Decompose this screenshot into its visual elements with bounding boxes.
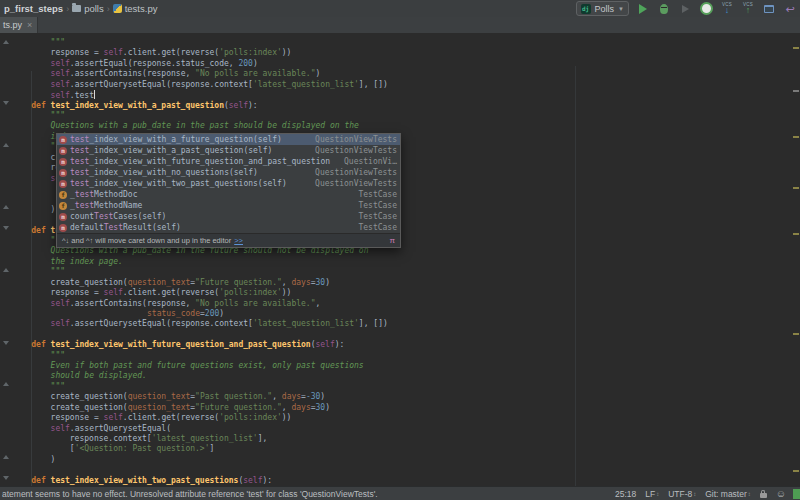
completion-item[interactable]: mtest_index_view_with_a_past_question(se…: [57, 145, 400, 156]
completion-item[interactable]: f_testMethodNameTestCase: [57, 200, 400, 211]
completion-item-type: TestCase: [350, 201, 397, 210]
status-indicator: [793, 489, 800, 499]
code-line: response = self.client.get(reverse('poll…: [51, 48, 292, 58]
completion-item-name: countTestCases(self): [70, 212, 166, 221]
close-icon[interactable]: ×: [27, 21, 32, 30]
status-widget[interactable]: LF↕: [645, 489, 659, 499]
code-line: self.assertQuerysetEqual(: [51, 424, 171, 434]
method-icon: m: [59, 180, 67, 188]
rollback-button[interactable]: ↩: [783, 2, 797, 16]
breadcrumb-bar: p_first_steps›polls›tests.py dj Polls ▼ …: [0, 0, 800, 18]
code-line: self.assertEqual(response.status_code, 2…: [51, 59, 258, 69]
completion-item[interactable]: mtest_index_view_with_a_future_question(…: [57, 134, 400, 145]
status-bar: atement seems to have no effect. Unresol…: [0, 486, 800, 500]
status-widgets: 25:18LF↕UTF-8↕Git: master↕☺: [615, 489, 800, 499]
folder-icon: [72, 5, 81, 12]
code-line: status_code=200): [147, 309, 224, 319]
completion-item[interactable]: f_testMethodDocTestCase: [57, 189, 400, 200]
text-caret: [94, 90, 95, 99]
stripe-mark: [793, 233, 799, 235]
completion-item-name: _testMethodDoc: [70, 190, 137, 199]
fold-marker-icon[interactable]: [3, 101, 9, 105]
fold-marker-icon[interactable]: [3, 40, 9, 44]
coverage-icon: [682, 5, 689, 13]
status-widget[interactable]: UTF-8↕: [668, 489, 696, 499]
code-line: the index page.: [51, 257, 123, 267]
code-line: Even if both past and future questions e…: [51, 361, 364, 371]
code-line: """: [51, 267, 65, 277]
bug-icon: [660, 4, 668, 14]
code-line: """: [51, 382, 65, 392]
completion-item[interactable]: mtest_index_view_with_future_question_an…: [57, 156, 400, 167]
indent-guide: [31, 71, 32, 487]
breadcrumb-label: tests.py: [125, 3, 158, 14]
breadcrumb-item[interactable]: p_first_steps: [2, 3, 65, 14]
status-widget[interactable]: Git: master↕: [705, 489, 751, 499]
code-line: response.context['latest_question_list']…: [70, 434, 268, 444]
stripe-mark: [793, 333, 799, 335]
breadcrumb-item[interactable]: polls: [70, 3, 106, 14]
vcs-update-button[interactable]: VCS ↓: [720, 2, 734, 16]
fold-marker-icon[interactable]: [3, 205, 9, 209]
stripe-mark: [793, 470, 799, 472]
completion-item[interactable]: mdefaultTestResult(self)TestCase: [57, 222, 400, 233]
hint-link[interactable]: >>: [234, 236, 243, 245]
code-line: create_question(question_text="Past ques…: [51, 392, 326, 402]
fold-marker-icon[interactable]: [3, 268, 9, 272]
code-line: Questions with a pub_date in the past sh…: [51, 121, 359, 131]
code-line: create_question(question_text="Future qu…: [51, 278, 330, 288]
completion-popup: mtest_index_view_with_a_future_question(…: [56, 133, 401, 248]
code-line: response = self.client.get(reverse('poll…: [51, 288, 292, 298]
changes-button[interactable]: [762, 2, 776, 16]
stripe-mark: [793, 187, 799, 189]
code-line: ): [51, 205, 56, 215]
fold-marker-icon[interactable]: [3, 455, 9, 459]
coverage-button[interactable]: [678, 2, 692, 16]
fold-marker-icon[interactable]: [3, 226, 9, 230]
tab-label: ts.py: [3, 20, 22, 30]
completion-item[interactable]: mtest_index_view_with_no_questions(self)…: [57, 167, 400, 178]
fold-marker-icon[interactable]: [3, 382, 9, 386]
code-line: def test_index_view_with_future_question…: [31, 340, 344, 350]
code-line: ): [51, 455, 56, 465]
completion-item-type: QuestionViewTests: [307, 168, 397, 177]
lock-icon[interactable]: [760, 490, 767, 498]
code-line: """: [51, 351, 65, 361]
fold-marker-icon[interactable]: [3, 143, 9, 147]
code-line: response = self.client.get(reverse('poll…: [51, 413, 292, 423]
completion-item-name: defaultTestResult(self): [70, 223, 181, 232]
pi-icon: π: [389, 236, 395, 245]
completion-item-name: test_index_view_with_a_future_question(s…: [70, 135, 282, 144]
breadcrumb-item[interactable]: tests.py: [111, 3, 160, 14]
completion-item-name: test_index_view_with_future_question_and…: [70, 157, 330, 166]
completion-item[interactable]: mcountTestCases(self)TestCase: [57, 211, 400, 222]
vcs-commit-button[interactable]: VCS ↑: [741, 2, 755, 16]
method-icon: m: [59, 147, 67, 155]
debug-button[interactable]: [657, 2, 671, 16]
completion-item-name: _testMethodName: [70, 201, 142, 210]
status-widget[interactable]: 25:18: [615, 489, 636, 499]
code-line: def test_index_view_with_two_past_questi…: [31, 476, 272, 486]
completion-item[interactable]: mtest_index_view_with_two_past_questions…: [57, 178, 400, 189]
run-button[interactable]: [636, 2, 650, 16]
code-line: should be displayed.: [51, 371, 147, 381]
fold-marker-icon[interactable]: [3, 341, 9, 345]
tab-tests-py[interactable]: ts.py ×: [0, 17, 38, 33]
inspection-profile-icon[interactable]: ☺: [776, 489, 786, 499]
code-editor[interactable]: """response = self.client.get(reverse('p…: [0, 33, 800, 487]
code-line: """: [51, 111, 65, 121]
run-config-selector[interactable]: dj Polls ▼: [576, 1, 629, 16]
editor-tab-bar: ts.py ×: [0, 17, 800, 34]
stripe-mark: [793, 136, 799, 138]
stripe-mark: [793, 47, 799, 49]
profiler-button[interactable]: [699, 2, 713, 16]
field-icon: f: [59, 191, 67, 199]
method-icon: m: [59, 213, 67, 221]
status-message: atement seems to have no effect. Unresol…: [0, 489, 378, 499]
updown-icon: ↕: [656, 491, 659, 497]
code-line: """: [51, 38, 65, 48]
code-line: def test_index_view_with_a_past_question…: [31, 101, 257, 111]
completion-item-type: TestCase: [350, 223, 397, 232]
django-icon: dj: [581, 4, 591, 14]
fold-marker-icon[interactable]: [3, 476, 9, 480]
